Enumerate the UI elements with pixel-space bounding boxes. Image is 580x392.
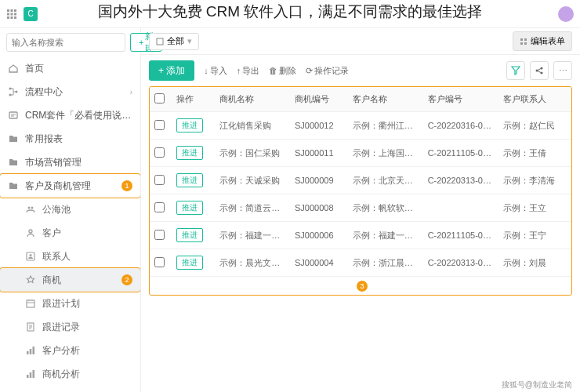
share-icon[interactable]	[530, 61, 549, 80]
row-checkbox[interactable]	[154, 257, 165, 267]
record-icon	[25, 321, 36, 332]
nav-item-14[interactable]: 产品报价管理	[0, 386, 140, 392]
nav-label: 商机分析	[42, 368, 132, 381]
svg-rect-7	[11, 16, 13, 19]
edit-form-button[interactable]: 编辑表单	[513, 31, 572, 51]
nav-label: CRM套件「必看使用说明」	[25, 109, 132, 122]
row-checkbox[interactable]	[154, 147, 165, 158]
nav-item-8[interactable]: 联系人	[0, 245, 140, 268]
opp-icon	[25, 274, 36, 285]
nav-item-5[interactable]: 客户及商机管理1	[0, 174, 140, 198]
push-button[interactable]: 推进	[176, 201, 203, 215]
table-row[interactable]: 推进示例：晨光文具设备...SJ000004示例：浙江晨光文具...C-2022…	[150, 249, 571, 277]
svg-rect-2	[14, 9, 16, 12]
pool-icon	[25, 204, 36, 215]
table-row[interactable]: 推进示例：简道云采购SJ000008示例：帆软软件有限公司示例：王立	[150, 194, 571, 222]
cell-code: SJ000009	[290, 167, 348, 194]
nav-label: 联系人	[42, 250, 132, 263]
svg-rect-20	[27, 351, 29, 354]
row-checkbox[interactable]	[154, 120, 165, 130]
avatar[interactable]	[558, 6, 574, 22]
log-button[interactable]: ⟳ 操作记录	[306, 65, 349, 77]
home-icon	[8, 63, 19, 74]
filter-icon[interactable]	[506, 61, 525, 80]
cell-ccode: C-20211105-0000004	[423, 222, 498, 249]
annotation-badge: 2	[121, 274, 132, 285]
nav-item-11[interactable]: 跟进记录	[0, 315, 140, 339]
import-button[interactable]: ↓ 导入	[204, 65, 227, 77]
search-input[interactable]	[6, 33, 125, 52]
nav-label: 流程中心	[25, 85, 124, 99]
nav-label: 市场营销管理	[25, 156, 132, 169]
scope-select[interactable]: 全部 ▾	[149, 33, 199, 50]
nav-item-0[interactable]: 首页	[0, 56, 140, 80]
nav-label: 客户分析	[42, 344, 132, 358]
column-header[interactable]: 商机编号	[290, 87, 348, 112]
table-row[interactable]: 推进示例：国仁采购SJ000011示例：上海国仁有限...C-20211105-…	[150, 140, 571, 167]
nav-tree: 首页流程中心›CRM套件「必看使用说明」常用报表市场营销管理客户及商机管理1公海…	[0, 56, 140, 392]
chevron-right-icon: ›	[130, 88, 132, 96]
cell-name: 示例：晨光文具设备...	[215, 249, 290, 277]
push-button[interactable]: 推进	[176, 173, 203, 187]
nav-item-2[interactable]: CRM套件「必看使用说明」	[0, 103, 140, 127]
cell-name: 示例：简道云采购	[215, 194, 290, 222]
row-checkbox[interactable]	[154, 230, 165, 240]
row-checkbox[interactable]	[154, 202, 165, 212]
cell-contact: 示例：李清海	[498, 167, 572, 194]
cell-cust: 示例：浙江晨光文具...	[348, 249, 423, 277]
data-table-wrap: 操作商机名称商机编号客户名称客户编号客户联系人 推进江化销售采购SJ000012…	[149, 86, 572, 296]
svg-rect-3	[7, 13, 9, 15]
nav-item-6[interactable]: 公海池	[0, 198, 140, 221]
column-header[interactable]: 客户名称	[348, 87, 423, 112]
svg-rect-25	[33, 370, 35, 378]
push-button[interactable]: 推进	[176, 146, 203, 160]
push-button[interactable]: 推进	[176, 256, 203, 270]
svg-rect-6	[7, 16, 9, 19]
cell-cust: 示例：北京天诚软件...	[348, 167, 423, 194]
delete-button[interactable]: 🗑 删除	[269, 65, 296, 77]
select-all-checkbox[interactable]	[154, 93, 165, 103]
nav-label: 首页	[25, 62, 132, 75]
nav-item-4[interactable]: 市场营销管理	[0, 151, 140, 174]
folder-icon	[8, 157, 19, 168]
flow-icon	[8, 86, 19, 97]
nav-item-10[interactable]: 跟进计划	[0, 292, 140, 315]
svg-rect-22	[33, 347, 35, 354]
nav-item-1[interactable]: 流程中心›	[0, 80, 140, 103]
cell-cust: 示例：福建一高集团	[348, 222, 423, 249]
more-icon[interactable]: ⋯	[553, 61, 572, 80]
nav-item-12[interactable]: 客户分析	[0, 339, 140, 362]
column-header[interactable]: 客户编号	[423, 87, 498, 112]
table-row[interactable]: 推进示例：福建一高3月订单SJ000006示例：福建一高集团C-20211105…	[150, 222, 571, 249]
user-icon	[25, 227, 36, 238]
add-button[interactable]: + 添加	[149, 60, 194, 81]
table-row[interactable]: 推进江化销售采购SJ000012示例：衢州江化集团C-20220316-0000…	[150, 112, 571, 140]
table-row[interactable]: 推进示例：天诚采购SJ000009示例：北京天诚软件...C-20220313-…	[150, 167, 571, 194]
svg-rect-8	[14, 16, 16, 19]
push-button[interactable]: 推进	[176, 118, 203, 132]
cell-name: 示例：国仁采购	[215, 140, 290, 167]
svg-rect-29	[520, 42, 523, 45]
svg-rect-0	[7, 9, 9, 12]
nav-item-13[interactable]: 商机分析	[0, 362, 140, 386]
export-button[interactable]: ↑ 导出	[237, 65, 260, 77]
nav-label: 公海池	[42, 203, 132, 216]
nav-item-7[interactable]: 客户	[0, 221, 140, 245]
sidebar: +新建 首页流程中心›CRM套件「必看使用说明」常用报表市场营销管理客户及商机管…	[0, 28, 141, 392]
cell-cust: 示例：帆软软件有限公司	[348, 194, 423, 222]
nav-item-3[interactable]: 常用报表	[0, 127, 140, 151]
column-header[interactable]: 操作	[172, 87, 215, 112]
column-header[interactable]: 商机名称	[215, 87, 290, 112]
app-logo-icon: C	[24, 7, 38, 21]
svg-rect-4	[11, 13, 13, 15]
contact-icon	[25, 251, 36, 262]
cell-contact: 示例：刘晨	[498, 249, 572, 277]
apps-icon[interactable]	[6, 9, 17, 20]
row-checkbox[interactable]	[154, 175, 165, 185]
nav-item-9[interactable]: 商机2	[0, 268, 140, 292]
cell-cust: 示例：衢州江化集团	[348, 112, 423, 140]
footer-credit: 搜狐号@制造业老简	[502, 379, 572, 390]
column-header[interactable]: 客户联系人	[498, 87, 572, 112]
push-button[interactable]: 推进	[176, 228, 203, 242]
svg-rect-26	[157, 38, 163, 45]
